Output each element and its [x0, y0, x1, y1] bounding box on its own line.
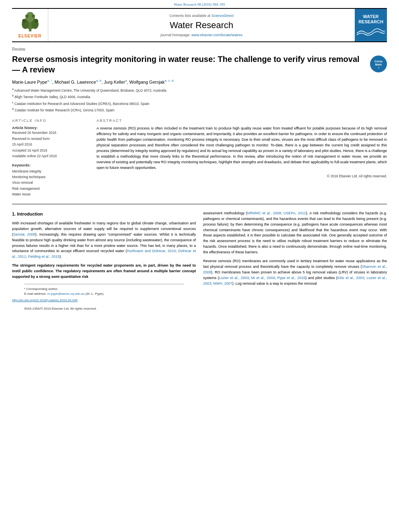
- authors-line: Marie-Laure Pypea, *, Michael G. Lawrenc…: [12, 79, 387, 84]
- ref-shannon[interactable]: Shannon et al., 2008: [203, 265, 387, 274]
- svg-text:✓: ✓: [378, 67, 380, 69]
- body-col-right: assessment methodology (NRMMC et al., 20…: [203, 211, 387, 311]
- elsevier-wordmark: ELSEVIER: [19, 34, 41, 38]
- ref-hurlimann[interactable]: Hurlimann and Dolnicar, 2010: [127, 249, 176, 253]
- available-date: Available online 22 April 2016: [12, 153, 88, 159]
- journal-center: Contents lists available at ScienceDirec…: [48, 9, 355, 41]
- ref-usepa[interactable]: USEPA, 2012: [284, 211, 306, 215]
- section-divider: [12, 204, 387, 204]
- svg-point-7: [25, 14, 29, 18]
- affil-d: d Catalan Institute for Water Research (…: [12, 107, 387, 113]
- ref-mwh[interactable]: MWH, 2007: [213, 281, 232, 286]
- elsevier-tree-icon: [18, 12, 42, 32]
- body-col-left: 1. Introduction With increased shortages…: [12, 211, 196, 311]
- badge-title: WATERRESEARCH: [358, 14, 383, 25]
- svg-text:Mark: Mark: [375, 63, 382, 66]
- article-title: Reverse osmosis integrity monitoring in …: [12, 54, 364, 75]
- affiliations-block: a Advanced Water Management Centre, The …: [12, 87, 387, 113]
- article-info-header: ARTICLE INFO: [12, 119, 88, 123]
- ref-nrmmc[interactable]: NRMMC et al., 2008: [247, 211, 281, 215]
- affil-c: c Catalan Institution for Research and A…: [12, 100, 387, 107]
- copyright-line: © 2016 Elsevier Ltd. All rights reserved…: [97, 174, 387, 178]
- ref-semiat[interactable]: Semiat, 2008: [13, 232, 35, 236]
- svg-point-5: [22, 19, 26, 23]
- intro-para1: With increased shortages of available fr…: [12, 221, 196, 260]
- dates-block: Received 26 November 2015 Received in re…: [12, 130, 88, 159]
- svg-point-8: [32, 14, 35, 18]
- elsevier-logo: ELSEVIER: [12, 9, 48, 41]
- page-footer: 0043-1354/© 2016 Elsevier Ltd. All right…: [24, 306, 184, 311]
- affil-a: a Advanced Water Management Centre, The …: [12, 87, 387, 93]
- abstract-header: ABSTRACT: [97, 119, 387, 123]
- abstract-text: A reverse osmosis (RO) process is often …: [97, 126, 387, 171]
- history-label: Article history:: [12, 126, 88, 130]
- intro-para4: Reverse osmosis (RO) membranes are commo…: [203, 259, 387, 287]
- affil-b: b Bligh Tanner Fortitude Valley, QLD 400…: [12, 93, 387, 100]
- keyword-2: Monitoring techniques: [12, 174, 88, 180]
- accepted-date: Accepted 16 April 2016: [12, 148, 88, 153]
- journal-header: ELSEVIER Contents lists available at Sci…: [12, 8, 387, 42]
- svg-point-6: [34, 19, 38, 23]
- article-title-row: Reverse osmosis integrity monitoring in …: [12, 54, 387, 75]
- email-link[interactable]: m.pype@awmc.uq.edu.au: [47, 292, 85, 296]
- keywords-label: Keywords:: [12, 163, 88, 167]
- received-date: Received 26 November 2015: [12, 130, 88, 136]
- badge-wave-icon: [357, 26, 385, 36]
- sciencedirect-link[interactable]: ScienceDirect: [212, 14, 234, 18]
- footnote-corresponding: * Corresponding author.: [24, 287, 184, 292]
- ref-kitis[interactable]: Kitis et al., 2003: [337, 276, 364, 280]
- abstract-col: ABSTRACT A reverse osmosis (RO) process …: [97, 119, 387, 197]
- page-wrapper: Water Research 98 (2016) 384–395 ELSEVIE…: [0, 0, 399, 532]
- keyword-4: Risk management: [12, 186, 88, 191]
- journal-reference: Water Research 98 (2016) 384–395: [0, 0, 399, 8]
- ref-lozier-2003[interactable]: Lozier et al., 2003: [219, 276, 249, 280]
- keyword-5: Water reuse: [12, 191, 88, 197]
- doi-line: http://dx.doi.org/10.1016/j.watres.2016.…: [12, 298, 196, 303]
- article-info-col: ARTICLE INFO Article history: Received 2…: [12, 119, 88, 197]
- section-label: Review: [12, 47, 387, 51]
- revised-label: Received in revised form: [12, 136, 88, 142]
- crossmark-badge[interactable]: Cross Mark ✓: [370, 55, 387, 72]
- keywords-list: Membrane integrity Monitoring techniques…: [12, 168, 88, 197]
- article-info-abstract: ARTICLE INFO Article history: Received 2…: [12, 119, 387, 197]
- water-research-badge: WATERRESEARCH: [355, 9, 387, 41]
- intro-heading: 1. Introduction: [12, 211, 196, 218]
- doi-link[interactable]: http://dx.doi.org/10.1016/j.watres.2016.…: [12, 298, 78, 302]
- article-section: Review Reverse osmosis integrity monitor…: [12, 47, 387, 113]
- body-content: 1. Introduction With increased shortages…: [12, 211, 387, 311]
- intro-para3: assessment methodology (NRMMC et al., 20…: [203, 211, 387, 256]
- keyword-1: Membrane integrity: [12, 168, 88, 174]
- ref-fielding[interactable]: Fielding et al., 2015: [28, 255, 60, 259]
- footnote-email: E-mail address: m.pype@awmc.uq.edu.au (M…: [24, 292, 184, 296]
- keyword-3: Virus removal: [12, 180, 88, 185]
- crossmark-icon: Cross Mark ✓: [370, 55, 387, 72]
- journal-ref-text: Water Research 98 (2016) 384–395: [174, 2, 225, 6]
- intro-para2: The stringent regulatory requirements fo…: [12, 263, 196, 280]
- revised-date: 15 April 2016: [12, 142, 88, 147]
- journal-homepage: journal homepage: www.elsevier.com/locat…: [160, 33, 243, 37]
- homepage-url[interactable]: www.elsevier.com/locate/watres: [191, 33, 243, 37]
- ref-pype-2016[interactable]: Pype et al., 2016: [277, 276, 305, 280]
- svg-text:Cross: Cross: [374, 60, 383, 63]
- sciencedirect-line: Contents lists available at ScienceDirec…: [169, 14, 234, 18]
- journal-title: Water Research: [170, 20, 233, 31]
- footnote-area: * Corresponding author. E-mail address: …: [24, 284, 184, 296]
- ref-mi-2004[interactable]: Mi et al., 2004: [251, 276, 275, 280]
